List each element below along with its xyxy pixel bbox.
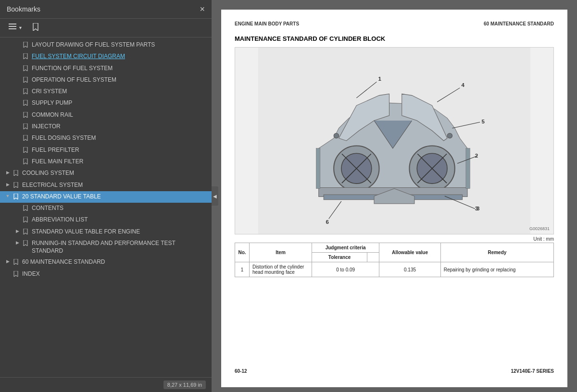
bookmark-item-abbreviation-list[interactable]: ABBREVIATION LIST: [0, 214, 212, 226]
header-left: ENGINE MAIN BODY PARTS: [235, 21, 299, 26]
bookmark-item-supply-pump[interactable]: SUPPLY PUMP: [0, 98, 212, 109]
bookmark-label: ABBREVIATION LIST: [32, 216, 208, 224]
bookmark-icon: [22, 77, 29, 84]
svg-point-16: [334, 133, 339, 138]
close-button[interactable]: ×: [200, 5, 205, 13]
bookmark-item-fuel-prefilter[interactable]: FUEL PREFILTER: [0, 145, 212, 156]
toolbar: ▼: [0, 19, 212, 37]
col-tolerance: Tolerance: [312, 253, 367, 262]
doc-title: MAINTENANCE STANDARD OF CYLINDER BLOCK: [235, 35, 554, 42]
bookmark-label: FUEL PREFILTER: [32, 147, 208, 154]
bookmark-nav-button[interactable]: [29, 22, 42, 34]
list-view-button[interactable]: ▼: [6, 22, 25, 34]
bookmark-item-function-fuel[interactable]: FUNCTION OF FUEL SYSTEM: [0, 63, 212, 74]
expander-icon[interactable]: ▶: [4, 170, 12, 176]
bookmark-item-common-rail[interactable]: COMMON RAIL: [0, 110, 212, 121]
expander-icon[interactable]: ▶: [4, 259, 12, 265]
bookmark-item-running-in[interactable]: ▶RUNNING-IN STANDARD AND PERFORMANCE TES…: [0, 238, 212, 257]
svg-text:6: 6: [326, 219, 328, 225]
svg-rect-2: [9, 28, 16, 29]
bookmark-item-20-standard[interactable]: ▼20 STANDARD VALUE TABLE: [0, 191, 212, 203]
diagram-code: G0026831: [529, 226, 550, 231]
svg-text:3: 3: [475, 206, 478, 211]
bookmark-icon: [22, 65, 29, 73]
svg-rect-0: [9, 24, 16, 24]
bookmark-item-cri-system[interactable]: CRI SYSTEM: [0, 86, 212, 98]
bookmark-list: LAYOUT DRAWING OF FUEL SYSTEM PARTSFUEL …: [0, 37, 212, 377]
bookmark-icon: [13, 170, 19, 177]
doc-footer: 60-12 12V140E-7 SERIES: [235, 368, 554, 374]
cell-item: Distortion of the cyl­inder head mountin…: [250, 262, 312, 277]
bookmark-label: OPERATION OF FUEL SYSTEM: [32, 76, 208, 84]
bookmark-item-layout-drawing[interactable]: LAYOUT DRAWING OF FUEL SYSTEM PARTS: [0, 39, 212, 51]
expander-icon[interactable]: ▶: [13, 229, 21, 234]
bookmark-icon: [22, 159, 29, 166]
cell-remedy: Repairing by grinding or replacing: [440, 262, 553, 277]
bookmark-icon: [22, 229, 29, 236]
bookmark-item-fuel-dosing[interactable]: FUEL DOSING SYSTEM: [0, 133, 212, 144]
bookmark-item-cooling-system[interactable]: ▶COOLING SYSTEM: [0, 168, 212, 179]
bookmark-item-injector[interactable]: INJECTOR: [0, 121, 212, 133]
bookmark-item-standard-value-engine[interactable]: ▶STANDARD VALUE TABLE FOR ENGINE: [0, 226, 212, 238]
bookmark-icon: [22, 205, 29, 212]
col-item: Item: [250, 243, 312, 262]
svg-point-17: [447, 133, 452, 138]
svg-rect-14: [316, 148, 320, 189]
bookmark-label: FUEL DOSING SYSTEM: [32, 135, 208, 142]
bookmark-label: FUEL SYSTEM CIRCUIT DIAGRAM: [32, 53, 208, 61]
cell-allowable: 0.135: [379, 262, 440, 277]
bookmark-label: COMMON RAIL: [32, 111, 208, 119]
svg-rect-1: [9, 26, 16, 27]
bookmark-icon: [22, 147, 29, 154]
svg-text:5: 5: [481, 119, 485, 124]
engine-diagram: 1 2 3 4 5: [235, 47, 554, 234]
col-remedy: Remedy: [440, 243, 553, 262]
bookmarks-panel: Bookmarks × ▼ LAYOUT DRAWING OF FUEL SYS…: [0, 0, 212, 392]
svg-text:4: 4: [461, 82, 464, 88]
document-panel: ENGINE MAIN BODY PARTS 60 MAINTENANCE ST…: [212, 0, 577, 392]
bookmark-icon: [22, 42, 29, 49]
bookmark-icon: [13, 271, 19, 278]
bookmark-icon: [22, 88, 29, 96]
expander-icon[interactable]: ▶: [13, 240, 21, 246]
bookmark-item-60-maintenance[interactable]: ▶60 MAINTENANCE STANDARD: [0, 257, 212, 268]
table-row: 1 Distortion of the cyl­inder head mount…: [235, 262, 554, 277]
bookmark-item-contents[interactable]: CONTENTS: [0, 203, 212, 214]
footer-right: 12V140E-7 SERIES: [511, 368, 554, 374]
bookmark-item-fuel-main-filter[interactable]: FUEL MAIN FILTER: [0, 156, 212, 168]
svg-text:2: 2: [475, 153, 478, 159]
bookmark-icon: [22, 217, 29, 224]
bookmark-label: FUEL MAIN FILTER: [32, 158, 208, 166]
bookmark-label: COOLING SYSTEM: [22, 170, 208, 177]
bookmark-label: INJECTOR: [32, 123, 208, 131]
collapse-panel-button[interactable]: ◀: [212, 186, 218, 206]
data-table: No. Item Judgment criteria Allowable val…: [235, 243, 554, 277]
svg-rect-15: [466, 148, 470, 189]
svg-text:1: 1: [378, 76, 381, 82]
bookmark-icon: [22, 100, 29, 107]
bookmark-label: CONTENTS: [32, 205, 208, 212]
expander-icon[interactable]: ▼: [4, 194, 12, 199]
status-bar: 8,27 x 11,69 in: [0, 377, 212, 392]
bookmark-item-operation-fuel[interactable]: OPERATION OF FUEL SYSTEM: [0, 74, 212, 86]
cell-no: 1: [235, 262, 250, 277]
header-right: 60 MAINTENANCE STANDARD: [484, 21, 554, 26]
bookmark-icon: [13, 182, 19, 189]
doc-content: MAINTENANCE STANDARD OF CYLINDER BLOCK: [235, 35, 554, 366]
expander-icon[interactable]: ▶: [4, 182, 12, 188]
bookmark-label: 20 STANDARD VALUE TABLE: [22, 193, 208, 201]
bookmark-label: FUNCTION OF FUEL SYSTEM: [32, 65, 208, 73]
bookmark-icon: [13, 194, 19, 201]
bookmarks-title: Bookmarks: [7, 5, 40, 13]
doc-header: ENGINE MAIN BODY PARTS 60 MAINTENANCE ST…: [235, 21, 554, 26]
dropdown-arrow-icon: ▼: [18, 25, 23, 30]
bookmark-icon: [32, 23, 39, 33]
document-page: ENGINE MAIN BODY PARTS 60 MAINTENANCE ST…: [221, 10, 567, 387]
bookmark-item-electrical-system[interactable]: ▶ELECTRICAL SYSTEM: [0, 180, 212, 191]
col-judgment: Judgment criteria: [312, 243, 379, 253]
col-allowable: Allowable value: [379, 243, 440, 262]
bookmark-label: INDEX: [22, 270, 208, 278]
bookmark-item-index[interactable]: INDEX: [0, 269, 212, 280]
bookmark-item-fuel-circuit[interactable]: FUEL SYSTEM CIRCUIT DIAGRAM: [0, 51, 212, 62]
unit-label: Unit : mm: [235, 236, 554, 242]
